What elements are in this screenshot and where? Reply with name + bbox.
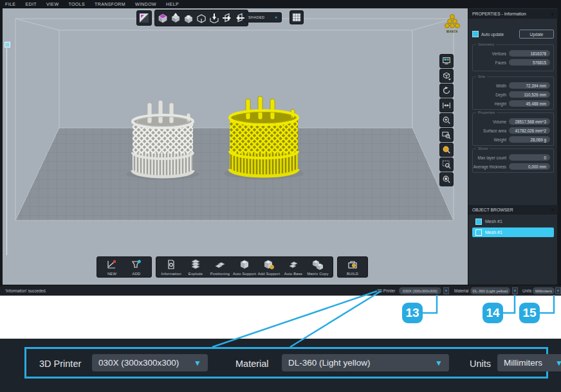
update-button[interactable]: Update <box>519 30 554 39</box>
viewport-layout-icon <box>442 57 451 66</box>
split-view-button[interactable] <box>136 10 152 26</box>
mesh-item-label: Mesh #1 <box>485 219 502 224</box>
view-front-button[interactable] <box>183 12 194 24</box>
properties-panel-title: PROPERTIES - Information <box>472 12 526 16</box>
add-support-button[interactable]: Add Support <box>257 259 281 276</box>
auto-base-button[interactable]: Auto Base <box>281 259 306 276</box>
menu-help[interactable]: HELP <box>166 2 179 6</box>
material-select[interactable]: DL-360 (Light yellow) ▼ <box>282 354 449 371</box>
information-button[interactable]: Information <box>159 259 183 276</box>
faces-row: Faces 576815 <box>473 58 553 67</box>
positioning-button[interactable]: Positioning <box>208 259 232 276</box>
weight-label: Weight <box>473 138 506 142</box>
menu-edit[interactable]: EDIT <box>25 2 37 6</box>
view-back-button[interactable] <box>196 12 207 24</box>
printer-select[interactable]: 030X (300x300x300) ▼ <box>92 354 208 371</box>
mesh-visibility-checkbox[interactable] <box>475 218 482 225</box>
object-browser-item-selected[interactable]: Mesh #1 <box>472 227 554 237</box>
new-button[interactable]: NEW <box>100 259 124 276</box>
view-top-icon <box>170 13 181 23</box>
auto-update-checkbox[interactable] <box>472 31 479 37</box>
view-right-button[interactable] <box>221 12 233 24</box>
callout-badge-13: 13 <box>402 303 423 323</box>
width-label: Width <box>473 84 506 88</box>
depth-row: Depth 110,526 mm <box>473 90 553 99</box>
auto-base-icon <box>288 259 299 271</box>
slices-group: Slices Max layer count 0 Average thickne… <box>472 148 554 173</box>
view-iso-icon <box>158 13 168 23</box>
add-support-icon <box>263 259 275 271</box>
material-label: Material <box>235 359 269 369</box>
zoom-selected-button[interactable] <box>439 143 454 157</box>
units-select[interactable]: Millimiters <box>533 287 555 294</box>
chevron-down-icon: ▼ <box>194 359 201 368</box>
surface-area-label: Surface area <box>473 129 506 133</box>
viewport-3d[interactable]: SHADED ▼ MANTA <box>3 8 468 285</box>
build-icon <box>347 259 358 271</box>
chevron-down-icon: ▼ <box>435 359 443 368</box>
menu-bar: FILE EDIT VIEW TOOLS TRANSFORM WINDOW HE… <box>0 0 561 8</box>
view-iso-button[interactable] <box>157 12 169 24</box>
properties-panel-titlebar[interactable]: PROPERTIES - Information ▸ <box>468 9 558 19</box>
auto-support-icon <box>239 259 250 271</box>
orbit-reset-button[interactable] <box>439 84 454 98</box>
rotate-view-button[interactable] <box>439 69 454 83</box>
view-orientation-toolbar <box>154 10 248 26</box>
mesh-visibility-checkbox[interactable] <box>475 229 482 236</box>
model-toolbar-build-group: BUILD <box>337 256 368 278</box>
height-row: Height 45,488 mm <box>473 99 553 108</box>
menu-transform[interactable]: TRANSFORM <box>95 2 125 6</box>
grid-toggle-button[interactable] <box>290 10 304 24</box>
chevron-down-icon: ▼ <box>445 289 447 292</box>
matrix-copy-button[interactable]: Matrix Copy <box>306 259 330 276</box>
orbit-icon <box>442 86 451 95</box>
view-scale-knob[interactable] <box>5 42 10 48</box>
view-bottom-button[interactable] <box>208 12 220 24</box>
viewport-layout-button[interactable] <box>439 54 454 68</box>
units-dropdown-button[interactable]: ▼ <box>555 287 561 294</box>
volume-value: 28517,568 mm^3 <box>509 118 550 125</box>
menu-tools[interactable]: TOOLS <box>68 2 85 6</box>
build-button[interactable]: BUILD <box>340 259 365 276</box>
view-navigation-toolbar <box>439 53 454 187</box>
height-label: Height <box>473 102 506 106</box>
zoom-region-button[interactable] <box>439 157 454 172</box>
zoom-window-button[interactable] <box>439 128 454 142</box>
material-dropdown-button[interactable]: ▼ <box>512 287 518 294</box>
width-row: Width 72,394 mm <box>473 81 553 90</box>
view-top-button[interactable] <box>170 12 181 24</box>
volume-row: Volume 28517,568 mm^3 <box>473 117 553 126</box>
callout-badge-14: 14 <box>483 303 503 323</box>
depth-label: Depth <box>473 93 506 97</box>
chevron-down-icon: ▼ <box>275 15 278 19</box>
properties-panel: PROPERTIES - Information ▸ Auto update U… <box>468 8 557 285</box>
object-browser-item[interactable]: Mesh #1 <box>472 217 554 226</box>
vertices-label: Vertices <box>473 51 506 56</box>
material-select[interactable]: DL-360 (Light yellow) <box>470 287 510 294</box>
close-icon[interactable]: ✕ <box>551 208 554 212</box>
add-button[interactable]: ADD <box>124 259 149 276</box>
menu-file[interactable]: FILE <box>5 2 15 6</box>
units-value: Millimiters <box>504 358 542 368</box>
printer-select[interactable]: 030X (300x300x300) <box>399 287 441 294</box>
chevron-down-icon: ▼ <box>556 289 559 292</box>
brand-logo: MANTA <box>443 13 462 33</box>
shading-mode-dropdown[interactable]: SHADED ▼ <box>244 12 282 22</box>
menu-window[interactable]: WINDOW <box>135 2 156 6</box>
weight-row: Weight 28,069 g <box>473 135 553 144</box>
chevron-down-icon: ▼ <box>555 359 561 368</box>
panel-collapse-icon[interactable]: ▸ <box>551 12 554 17</box>
explode-button[interactable]: Explode <box>183 259 208 276</box>
units-select[interactable]: Millimiters ▼ <box>497 354 561 371</box>
status-message: 'Information' succeded. <box>5 289 46 293</box>
fit-view-button[interactable] <box>439 98 454 112</box>
zoom-extents-button[interactable] <box>439 172 454 186</box>
menu-view[interactable]: VIEW <box>46 2 59 6</box>
object-browser-titlebar[interactable]: OBJECT BROWSER ✕ <box>468 205 558 215</box>
printer-dropdown-button[interactable]: ▼ <box>443 287 449 294</box>
model-mesh-white <box>133 100 193 179</box>
auto-support-button[interactable]: Auto Support <box>232 259 257 276</box>
grid-icon <box>292 13 301 22</box>
average-thickness-label: Average thickness <box>473 165 506 169</box>
zoom-in-button[interactable] <box>439 113 454 127</box>
